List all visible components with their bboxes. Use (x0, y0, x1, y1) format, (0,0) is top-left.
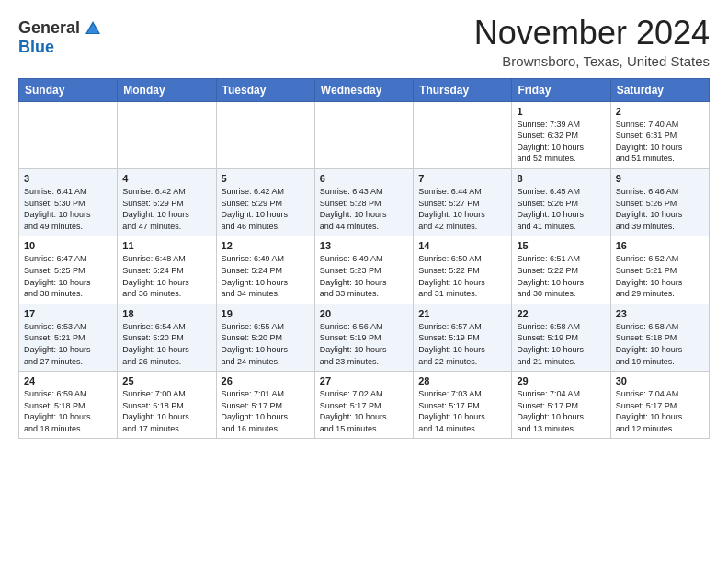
day-info: Sunrise: 6:58 AM Sunset: 5:18 PM Dayligh… (616, 321, 704, 367)
header-area: General Blue November 2024 Brownsboro, T… (18, 15, 710, 69)
day-info: Sunrise: 7:02 AM Sunset: 5:17 PM Dayligh… (320, 388, 408, 434)
day-number: 4 (122, 173, 210, 184)
day-info: Sunrise: 6:46 AM Sunset: 5:26 PM Dayligh… (616, 186, 704, 232)
calendar-cell: 9Sunrise: 6:46 AM Sunset: 5:26 PM Daylig… (610, 168, 709, 236)
calendar-cell: 7Sunrise: 6:44 AM Sunset: 5:27 PM Daylig… (414, 168, 512, 236)
col-header-thursday: Thursday (414, 78, 512, 101)
calendar-cell: 6Sunrise: 6:43 AM Sunset: 5:28 PM Daylig… (314, 168, 413, 236)
calendar-week-0: 1Sunrise: 7:39 AM Sunset: 6:32 PM Daylig… (19, 101, 710, 168)
day-number: 11 (122, 240, 210, 251)
day-number: 7 (418, 173, 506, 184)
day-number: 9 (616, 173, 704, 184)
title-area: November 2024 Brownsboro, Texas, United … (474, 15, 710, 69)
calendar-cell: 25Sunrise: 7:00 AM Sunset: 5:18 PM Dayli… (118, 372, 216, 439)
logo-text: General (18, 18, 102, 38)
calendar-cell: 23Sunrise: 6:58 AM Sunset: 5:18 PM Dayli… (610, 304, 709, 371)
calendar-cell: 20Sunrise: 6:56 AM Sunset: 5:19 PM Dayli… (314, 304, 413, 371)
calendar-cell (314, 101, 413, 168)
calendar-cell: 14Sunrise: 6:50 AM Sunset: 5:22 PM Dayli… (414, 236, 512, 304)
day-number: 24 (24, 375, 112, 386)
calendar-cell: 16Sunrise: 6:52 AM Sunset: 5:21 PM Dayli… (610, 236, 709, 304)
day-number: 23 (616, 308, 704, 319)
day-info: Sunrise: 7:01 AM Sunset: 5:17 PM Dayligh… (222, 388, 310, 434)
day-number: 20 (320, 308, 408, 319)
calendar-cell (414, 101, 512, 168)
day-info: Sunrise: 6:53 AM Sunset: 5:21 PM Dayligh… (24, 321, 112, 367)
calendar-cell: 15Sunrise: 6:51 AM Sunset: 5:22 PM Dayli… (512, 236, 610, 304)
day-number: 12 (222, 240, 310, 251)
col-header-sunday: Sunday (19, 78, 118, 101)
calendar-cell (118, 101, 216, 168)
day-number: 1 (517, 106, 605, 117)
day-info: Sunrise: 6:52 AM Sunset: 5:21 PM Dayligh… (616, 253, 704, 299)
day-info: Sunrise: 6:57 AM Sunset: 5:19 PM Dayligh… (418, 321, 506, 367)
calendar-cell: 13Sunrise: 6:49 AM Sunset: 5:23 PM Dayli… (314, 236, 413, 304)
day-info: Sunrise: 6:58 AM Sunset: 5:19 PM Dayligh… (517, 321, 605, 367)
calendar-cell: 27Sunrise: 7:02 AM Sunset: 5:17 PM Dayli… (314, 372, 413, 439)
calendar-cell: 17Sunrise: 6:53 AM Sunset: 5:21 PM Dayli… (19, 304, 118, 371)
calendar-cell: 10Sunrise: 6:47 AM Sunset: 5:25 PM Dayli… (19, 236, 118, 304)
calendar-cell: 12Sunrise: 6:49 AM Sunset: 5:24 PM Dayli… (216, 236, 314, 304)
calendar-week-4: 24Sunrise: 6:59 AM Sunset: 5:18 PM Dayli… (19, 372, 710, 439)
calendar-cell: 2Sunrise: 7:40 AM Sunset: 6:31 PM Daylig… (610, 101, 709, 168)
calendar-cell: 5Sunrise: 6:42 AM Sunset: 5:29 PM Daylig… (216, 168, 314, 236)
day-info: Sunrise: 6:51 AM Sunset: 5:22 PM Dayligh… (517, 253, 605, 299)
day-number: 28 (418, 375, 506, 386)
day-number: 30 (616, 375, 704, 386)
day-number: 10 (24, 240, 112, 251)
day-info: Sunrise: 7:04 AM Sunset: 5:17 PM Dayligh… (517, 388, 605, 434)
calendar-cell: 19Sunrise: 6:55 AM Sunset: 5:20 PM Dayli… (216, 304, 314, 371)
day-number: 21 (418, 308, 506, 319)
day-info: Sunrise: 6:48 AM Sunset: 5:24 PM Dayligh… (122, 253, 210, 299)
day-number: 14 (418, 240, 506, 251)
calendar-cell: 18Sunrise: 6:54 AM Sunset: 5:20 PM Dayli… (118, 304, 216, 371)
day-info: Sunrise: 6:55 AM Sunset: 5:20 PM Dayligh… (222, 321, 310, 367)
day-number: 29 (517, 375, 605, 386)
day-info: Sunrise: 6:41 AM Sunset: 5:30 PM Dayligh… (24, 186, 112, 232)
day-number: 26 (222, 375, 310, 386)
logo-icon (84, 19, 102, 38)
day-info: Sunrise: 6:42 AM Sunset: 5:29 PM Dayligh… (222, 186, 310, 232)
day-info: Sunrise: 7:40 AM Sunset: 6:31 PM Dayligh… (616, 119, 704, 165)
calendar-week-3: 17Sunrise: 6:53 AM Sunset: 5:21 PM Dayli… (19, 304, 710, 371)
calendar-header-row: SundayMondayTuesdayWednesdayThursdayFrid… (19, 78, 710, 101)
col-header-monday: Monday (118, 78, 216, 101)
calendar-cell: 24Sunrise: 6:59 AM Sunset: 5:18 PM Dayli… (19, 372, 118, 439)
day-number: 27 (320, 375, 408, 386)
calendar-cell: 21Sunrise: 6:57 AM Sunset: 5:19 PM Dayli… (414, 304, 512, 371)
calendar-cell: 8Sunrise: 6:45 AM Sunset: 5:26 PM Daylig… (512, 168, 610, 236)
logo: General Blue (18, 18, 102, 57)
day-number: 16 (616, 240, 704, 251)
calendar-cell: 28Sunrise: 7:03 AM Sunset: 5:17 PM Dayli… (414, 372, 512, 439)
calendar-cell (216, 101, 314, 168)
calendar-week-1: 3Sunrise: 6:41 AM Sunset: 5:30 PM Daylig… (19, 168, 710, 236)
calendar-cell: 30Sunrise: 7:04 AM Sunset: 5:17 PM Dayli… (610, 372, 709, 439)
day-info: Sunrise: 6:42 AM Sunset: 5:29 PM Dayligh… (122, 186, 210, 232)
day-info: Sunrise: 7:04 AM Sunset: 5:17 PM Dayligh… (616, 388, 704, 434)
col-header-saturday: Saturday (610, 78, 709, 101)
day-number: 3 (24, 173, 112, 184)
day-info: Sunrise: 6:49 AM Sunset: 5:24 PM Dayligh… (222, 253, 310, 299)
day-info: Sunrise: 6:45 AM Sunset: 5:26 PM Dayligh… (517, 186, 605, 232)
day-info: Sunrise: 6:47 AM Sunset: 5:25 PM Dayligh… (24, 253, 112, 299)
calendar-cell: 4Sunrise: 6:42 AM Sunset: 5:29 PM Daylig… (118, 168, 216, 236)
day-info: Sunrise: 6:59 AM Sunset: 5:18 PM Dayligh… (24, 388, 112, 434)
day-number: 6 (320, 173, 408, 184)
calendar-week-2: 10Sunrise: 6:47 AM Sunset: 5:25 PM Dayli… (19, 236, 710, 304)
day-info: Sunrise: 6:56 AM Sunset: 5:19 PM Dayligh… (320, 321, 408, 367)
day-info: Sunrise: 6:54 AM Sunset: 5:20 PM Dayligh… (122, 321, 210, 367)
col-header-wednesday: Wednesday (314, 78, 413, 101)
day-number: 19 (222, 308, 310, 319)
day-number: 5 (222, 173, 310, 184)
day-number: 18 (122, 308, 210, 319)
calendar-cell: 26Sunrise: 7:01 AM Sunset: 5:17 PM Dayli… (216, 372, 314, 439)
calendar-cell (19, 101, 118, 168)
day-number: 22 (517, 308, 605, 319)
day-info: Sunrise: 6:43 AM Sunset: 5:28 PM Dayligh… (320, 186, 408, 232)
calendar: SundayMondayTuesdayWednesdayThursdayFrid… (18, 78, 710, 440)
logo-general-text: General (18, 18, 80, 38)
col-header-tuesday: Tuesday (216, 78, 314, 101)
day-info: Sunrise: 7:03 AM Sunset: 5:17 PM Dayligh… (418, 388, 506, 434)
calendar-cell: 1Sunrise: 7:39 AM Sunset: 6:32 PM Daylig… (512, 101, 610, 168)
day-number: 8 (517, 173, 605, 184)
